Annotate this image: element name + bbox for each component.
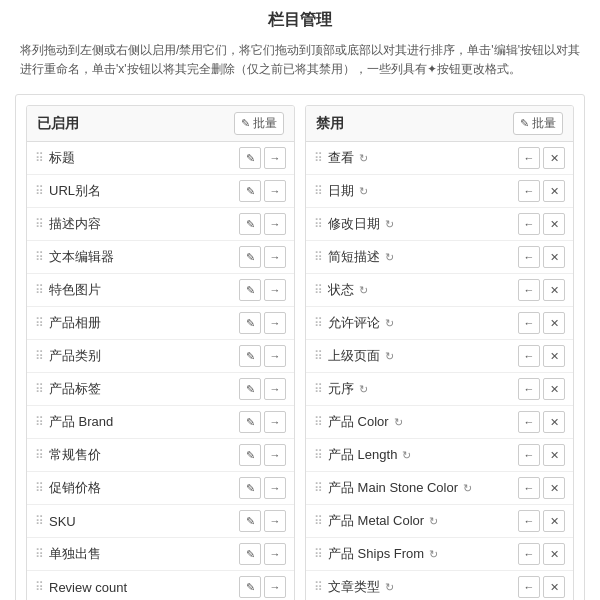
- move-left-button[interactable]: ←: [518, 444, 540, 466]
- drag-handle-icon[interactable]: ⠿: [35, 151, 44, 165]
- item-left: ⠿ SKU: [35, 514, 76, 529]
- item-actions: ← ✕: [518, 444, 565, 466]
- delete-button[interactable]: ✕: [543, 312, 565, 334]
- edit-button[interactable]: ✎: [239, 312, 261, 334]
- item-name: 产品 Metal Color: [328, 512, 424, 530]
- drag-handle-icon[interactable]: ⠿: [314, 283, 323, 297]
- delete-button[interactable]: ✕: [543, 279, 565, 301]
- move-left-button[interactable]: ←: [518, 543, 540, 565]
- drag-handle-icon[interactable]: ⠿: [35, 415, 44, 429]
- move-right-button[interactable]: →: [264, 510, 286, 532]
- drag-handle-icon[interactable]: ⠿: [314, 481, 323, 495]
- drag-handle-icon[interactable]: ⠿: [314, 349, 323, 363]
- edit-button[interactable]: ✎: [239, 378, 261, 400]
- drag-handle-icon[interactable]: ⠿: [314, 415, 323, 429]
- edit-button[interactable]: ✎: [239, 543, 261, 565]
- move-left-button[interactable]: ←: [518, 246, 540, 268]
- item-name: 产品相册: [49, 314, 101, 332]
- drag-handle-icon[interactable]: ⠿: [314, 151, 323, 165]
- delete-button[interactable]: ✕: [543, 576, 565, 598]
- drag-handle-icon[interactable]: ⠿: [35, 349, 44, 363]
- move-right-button[interactable]: →: [264, 477, 286, 499]
- drag-handle-icon[interactable]: ⠿: [35, 217, 44, 231]
- delete-button[interactable]: ✕: [543, 510, 565, 532]
- move-left-button[interactable]: ←: [518, 180, 540, 202]
- drag-handle-icon[interactable]: ⠿: [314, 547, 323, 561]
- delete-button[interactable]: ✕: [543, 477, 565, 499]
- item-name: 修改日期: [328, 215, 380, 233]
- move-right-button[interactable]: →: [264, 444, 286, 466]
- drag-handle-icon[interactable]: ⠿: [35, 580, 44, 594]
- drag-handle-icon[interactable]: ⠿: [35, 184, 44, 198]
- drag-handle-icon[interactable]: ⠿: [314, 184, 323, 198]
- move-left-button[interactable]: ←: [518, 345, 540, 367]
- move-left-button[interactable]: ←: [518, 213, 540, 235]
- move-right-button[interactable]: →: [264, 345, 286, 367]
- drag-handle-icon[interactable]: ⠿: [35, 514, 44, 528]
- move-right-button[interactable]: →: [264, 312, 286, 334]
- delete-button[interactable]: ✕: [543, 378, 565, 400]
- move-left-button[interactable]: ←: [518, 411, 540, 433]
- drag-handle-icon[interactable]: ⠿: [35, 382, 44, 396]
- delete-button[interactable]: ✕: [543, 543, 565, 565]
- drag-handle-icon[interactable]: ⠿: [314, 580, 323, 594]
- edit-button[interactable]: ✎: [239, 279, 261, 301]
- drag-handle-icon[interactable]: ⠿: [35, 481, 44, 495]
- move-right-button[interactable]: →: [264, 576, 286, 598]
- disabled-list-item: ⠿ 修改日期↻ ← ✕: [306, 208, 573, 241]
- delete-button[interactable]: ✕: [543, 180, 565, 202]
- move-left-button[interactable]: ←: [518, 279, 540, 301]
- delete-button[interactable]: ✕: [543, 147, 565, 169]
- edit-button[interactable]: ✎: [239, 510, 261, 532]
- delete-button[interactable]: ✕: [543, 444, 565, 466]
- move-right-button[interactable]: →: [264, 411, 286, 433]
- delete-button[interactable]: ✕: [543, 246, 565, 268]
- enabled-list-item: ⠿ 特色图片 ✎ →: [27, 274, 294, 307]
- move-right-button[interactable]: →: [264, 378, 286, 400]
- disabled-list-item: ⠿ 产品 Color↻ ← ✕: [306, 406, 573, 439]
- delete-button[interactable]: ✕: [543, 345, 565, 367]
- edit-button[interactable]: ✎: [239, 576, 261, 598]
- drag-handle-icon[interactable]: ⠿: [35, 547, 44, 561]
- drag-handle-icon[interactable]: ⠿: [314, 448, 323, 462]
- move-left-button[interactable]: ←: [518, 477, 540, 499]
- move-left-button[interactable]: ←: [518, 510, 540, 532]
- edit-button[interactable]: ✎: [239, 246, 261, 268]
- edit-button[interactable]: ✎: [239, 213, 261, 235]
- move-right-button[interactable]: →: [264, 279, 286, 301]
- drag-handle-icon[interactable]: ⠿: [35, 250, 44, 264]
- edit-button[interactable]: ✎: [239, 411, 261, 433]
- move-left-button[interactable]: ←: [518, 378, 540, 400]
- edit-button[interactable]: ✎: [239, 444, 261, 466]
- drag-handle-icon[interactable]: ⠿: [314, 382, 323, 396]
- drag-handle-icon[interactable]: ⠿: [314, 217, 323, 231]
- disabled-column-header: 禁用 ✎ 批量: [306, 106, 573, 142]
- move-right-button[interactable]: →: [264, 180, 286, 202]
- item-actions: ✎ →: [239, 246, 286, 268]
- move-right-button[interactable]: →: [264, 543, 286, 565]
- move-left-button[interactable]: ←: [518, 576, 540, 598]
- item-actions: ✎ →: [239, 213, 286, 235]
- delete-button[interactable]: ✕: [543, 411, 565, 433]
- drag-handle-icon[interactable]: ⠿: [314, 514, 323, 528]
- drag-handle-icon[interactable]: ⠿: [35, 316, 44, 330]
- move-right-button[interactable]: →: [264, 246, 286, 268]
- move-right-button[interactable]: →: [264, 213, 286, 235]
- delete-button[interactable]: ✕: [543, 213, 565, 235]
- move-left-button[interactable]: ←: [518, 147, 540, 169]
- disabled-column: 禁用 ✎ 批量 ⠿ 查看↻ ← ✕ ⠿ 日期↻ ← ✕ ⠿ 修改日期↻: [305, 105, 574, 600]
- enabled-batch-button[interactable]: ✎ 批量: [234, 112, 284, 135]
- drag-handle-icon[interactable]: ⠿: [314, 316, 323, 330]
- drag-handle-icon[interactable]: ⠿: [35, 283, 44, 297]
- drag-handle-icon[interactable]: ⠿: [35, 448, 44, 462]
- move-left-button[interactable]: ←: [518, 312, 540, 334]
- edit-button[interactable]: ✎: [239, 180, 261, 202]
- drag-handle-icon[interactable]: ⠿: [314, 250, 323, 264]
- edit-button[interactable]: ✎: [239, 147, 261, 169]
- edit-button[interactable]: ✎: [239, 477, 261, 499]
- refresh-icon: ↻: [359, 383, 368, 396]
- item-left: ⠿ 查看↻: [314, 149, 368, 167]
- disabled-batch-button[interactable]: ✎ 批量: [513, 112, 563, 135]
- move-right-button[interactable]: →: [264, 147, 286, 169]
- edit-button[interactable]: ✎: [239, 345, 261, 367]
